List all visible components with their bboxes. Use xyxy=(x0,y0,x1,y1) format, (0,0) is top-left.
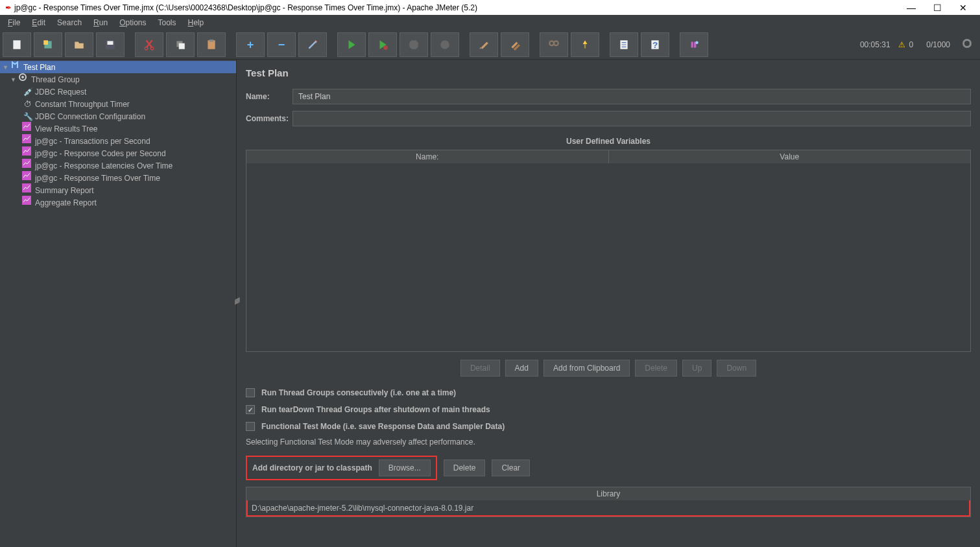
function-helper-button[interactable] xyxy=(610,32,638,57)
collapse-arrow-icon[interactable]: ▼ xyxy=(3,64,10,71)
tree-node-item[interactable]: jp@gc - Response Codes per Second xyxy=(0,147,236,159)
tree-node-item[interactable]: Summary Report xyxy=(0,184,236,196)
tree-node-item[interactable]: ⏱Constant Throughput Timer xyxy=(0,98,236,110)
warning-icon[interactable]: ⚠ xyxy=(898,40,905,49)
tree-label: jp@gc - Response Latencies Over Time xyxy=(34,161,173,170)
menu-options[interactable]: Options xyxy=(114,17,151,29)
tree-label: Aggregate Report xyxy=(34,198,97,207)
clear-button[interactable] xyxy=(470,32,498,57)
chart-icon xyxy=(22,146,34,160)
svg-point-23 xyxy=(964,41,970,46)
tree-node-testplan[interactable]: ▼ Test Plan xyxy=(0,61,236,73)
chart-icon xyxy=(22,159,34,172)
svg-point-21 xyxy=(695,41,699,44)
close-button[interactable]: ✕ xyxy=(957,3,970,13)
menu-file[interactable]: File xyxy=(3,17,25,29)
tree-node-item[interactable]: jp@gc - Response Latencies Over Time xyxy=(0,159,236,172)
open-button[interactable] xyxy=(65,32,93,57)
classpath-clear-button[interactable]: Clear xyxy=(492,460,530,476)
tree-node-item[interactable]: View Results Tree xyxy=(0,122,236,135)
svg-point-14 xyxy=(554,41,558,45)
consecutive-checkbox[interactable] xyxy=(246,388,255,397)
start-no-pause-button[interactable] xyxy=(368,32,397,57)
tree-node-item[interactable]: 🔧JDBC Connection Configuration xyxy=(0,110,236,122)
comments-label: Comments: xyxy=(246,114,287,123)
tree-node-item[interactable]: Aggregate Report xyxy=(0,196,236,209)
menu-edit[interactable]: Edit xyxy=(27,17,51,29)
splitter-handle[interactable]: ◀▶ xyxy=(235,298,240,311)
name-input[interactable] xyxy=(293,89,971,104)
maximize-button[interactable]: ☐ xyxy=(931,3,944,13)
tree-node-item[interactable]: 💉JDBC Request xyxy=(0,86,236,98)
svg-rect-19 xyxy=(691,42,693,48)
teardown-checkbox[interactable] xyxy=(246,405,255,414)
browse-button[interactable]: Browse... xyxy=(379,460,431,476)
window-titlebar: ✒ jp@gc - Response Times Over Time.jmx (… xyxy=(0,0,980,15)
col-library[interactable]: Library xyxy=(246,487,970,500)
clear-all-button[interactable] xyxy=(501,32,529,57)
chart-icon xyxy=(22,122,34,135)
library-table[interactable]: Library D:\apache\apache-jmeter-5.2\lib\… xyxy=(246,487,971,517)
classpath-delete-button[interactable]: Delete xyxy=(444,460,486,476)
library-row[interactable]: D:\apache\apache-jmeter-5.2\lib\mysql-co… xyxy=(246,500,970,517)
tree-node-threadgroup[interactable]: ▼ Thread Group xyxy=(0,73,236,86)
svg-point-12 xyxy=(440,40,449,49)
shutdown-button[interactable] xyxy=(431,32,459,57)
tree-node-item[interactable]: jp@gc - Transactions per Second xyxy=(0,135,236,147)
menu-tools[interactable]: Tools xyxy=(153,17,182,29)
new-button[interactable] xyxy=(3,32,31,57)
templates-button[interactable] xyxy=(34,32,62,57)
col-name[interactable]: Name: xyxy=(246,150,609,163)
test-tree[interactable]: ▼ Test Plan ▼ Thread Group 💉JDBC Request… xyxy=(0,60,237,547)
chart-icon xyxy=(22,134,34,148)
search-tree-button[interactable] xyxy=(540,32,568,57)
testplan-icon xyxy=(10,60,22,74)
menu-run[interactable]: Run xyxy=(88,17,113,29)
functional-checkbox[interactable] xyxy=(246,422,255,431)
chart-icon xyxy=(22,183,34,197)
svg-rect-2 xyxy=(43,40,48,45)
functional-label: Functional Test Mode (i.e. save Response… xyxy=(261,422,505,431)
menu-search[interactable]: Search xyxy=(52,17,87,29)
cut-button[interactable] xyxy=(135,32,163,57)
comments-input[interactable] xyxy=(293,111,971,126)
highlight-classpath: Add directory or jar to classpath Browse… xyxy=(246,456,437,480)
reset-search-button[interactable] xyxy=(571,32,599,57)
tree-label: Test Plan xyxy=(22,63,55,72)
minimize-button[interactable]: — xyxy=(905,3,918,13)
copy-button[interactable] xyxy=(166,32,195,57)
toggle-button[interactable] xyxy=(298,32,327,57)
classpath-label: Add directory or jar to classpath xyxy=(252,463,372,472)
udv-table-body[interactable] xyxy=(246,163,970,351)
tree-node-item[interactable]: jp@gc - Response Times Over Time xyxy=(0,172,236,184)
add-clipboard-button[interactable]: Add from Clipboard xyxy=(544,360,630,377)
add-button[interactable]: Add xyxy=(505,360,538,377)
warning-count: 0 xyxy=(908,40,919,49)
functional-note: Selecting Functional Test Mode may adver… xyxy=(246,435,971,453)
tree-label: Summary Report xyxy=(34,186,94,195)
col-value[interactable]: Value xyxy=(609,150,971,163)
expand-button[interactable]: + xyxy=(236,32,265,57)
menu-help[interactable]: Help xyxy=(183,17,209,29)
collapse-button[interactable]: − xyxy=(267,32,296,57)
up-button[interactable]: Up xyxy=(682,360,711,377)
detail-button[interactable]: Detail xyxy=(460,360,500,377)
down-button[interactable]: Down xyxy=(717,360,756,377)
tree-label: JDBC Request xyxy=(34,87,86,97)
tree-label: View Results Tree xyxy=(34,124,98,134)
delete-button[interactable]: Delete xyxy=(635,360,677,377)
thread-count: 0/1000 xyxy=(921,40,955,49)
paste-button[interactable] xyxy=(197,32,226,57)
udv-table[interactable]: Name: Value xyxy=(246,150,971,352)
plugins-button[interactable] xyxy=(680,32,708,57)
stop-button[interactable] xyxy=(400,32,428,57)
start-button[interactable] xyxy=(337,32,366,57)
timer-icon: ⏱ xyxy=(22,100,34,109)
svg-point-25 xyxy=(21,76,24,78)
help-button[interactable]: ? xyxy=(641,32,669,57)
collapse-arrow-icon[interactable]: ▼ xyxy=(10,76,18,83)
tree-label: Thread Group xyxy=(30,75,80,84)
pipette-icon: 💉 xyxy=(22,87,34,97)
save-button[interactable] xyxy=(96,32,125,57)
consecutive-label: Run Thread Groups consecutively (i.e. on… xyxy=(261,388,456,397)
